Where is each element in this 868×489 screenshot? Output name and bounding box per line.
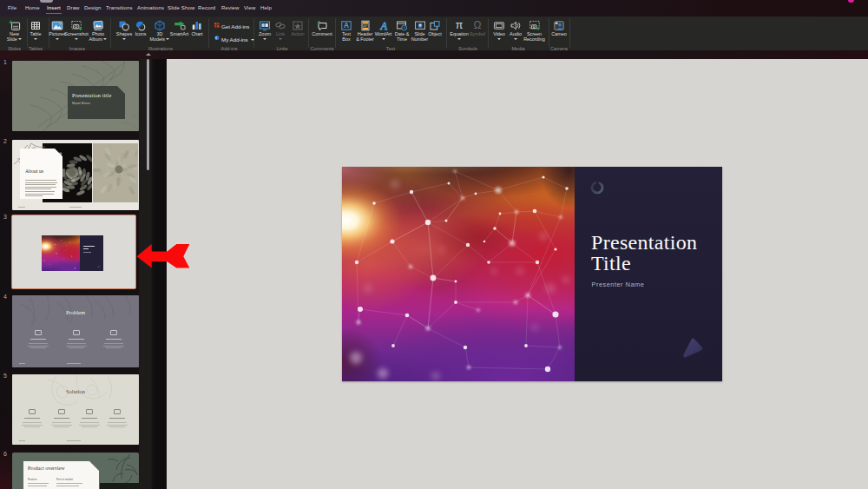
- svg-text:A: A: [344, 21, 349, 30]
- svg-text:Ω: Ω: [474, 20, 482, 31]
- svg-text:A: A: [379, 20, 387, 31]
- svg-text:π: π: [456, 20, 464, 31]
- svg-text:#: #: [418, 23, 421, 28]
